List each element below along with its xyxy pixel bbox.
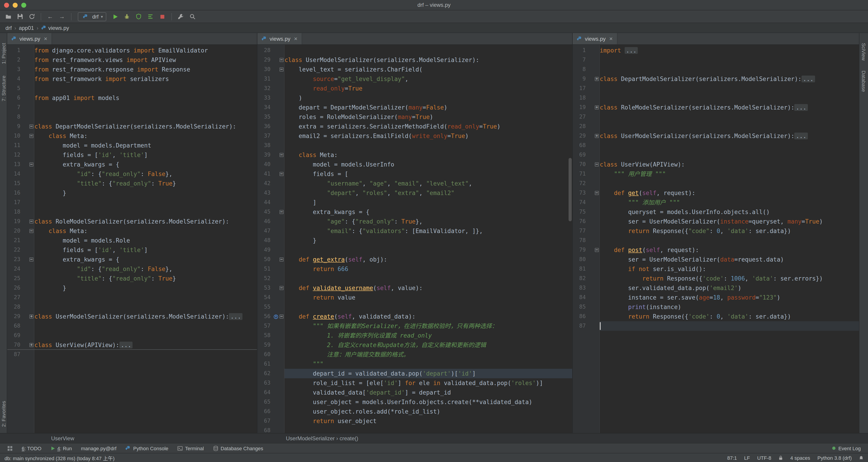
code-line[interactable]: 1import ...	[572, 46, 859, 55]
fold-expand-icon[interactable]: +	[594, 131, 600, 141]
code-line[interactable]: 75 queryset = models.UserInfo.objects.al…	[572, 207, 859, 217]
code-line[interactable]: 44 ]	[257, 198, 572, 207]
code-line[interactable]: 80 ser = UserModelSerializer(data=reques…	[572, 255, 859, 264]
code-line[interactable]: 27	[572, 112, 859, 122]
code-line[interactable]: 70+class UserView(APIView):...	[7, 340, 257, 350]
run-icon[interactable]	[111, 12, 120, 21]
breadcrumb-left-pane[interactable]: UserView	[51, 433, 74, 443]
tool-stripe-7-structure[interactable]: 7: Structure	[1, 76, 6, 101]
concurrency-icon[interactable]	[146, 12, 155, 21]
code-line[interactable]: 87	[7, 350, 257, 359]
tool-window-button-run-config-ref[interactable]: manage.py@drf	[76, 443, 121, 453]
tool-window-button-todo[interactable]: 6: TODO	[17, 443, 46, 453]
code-line[interactable]: 9−class DepartModelSerializer(serializer…	[7, 122, 257, 131]
fold-collapse-icon[interactable]: −	[29, 255, 34, 264]
code-line[interactable]: 11 model = models.Department	[7, 141, 257, 150]
code-line[interactable]: 85 print(instance)	[572, 302, 859, 312]
code-line[interactable]: 33 )	[257, 93, 572, 103]
code-line[interactable]: 66 user_object.roles.add(*role_id_list)	[257, 407, 572, 416]
code-line[interactable]: 34 depart = DepartModelSerializer(many=F…	[257, 103, 572, 112]
fold-collapse-icon[interactable]: −	[279, 150, 284, 160]
back-icon[interactable]: ←	[46, 12, 55, 21]
fold-collapse-icon[interactable]: −	[29, 131, 34, 141]
fold-collapse-icon[interactable]: −	[279, 207, 284, 217]
code-line[interactable]: 53− def validate_username(self, value):	[257, 283, 572, 293]
code-line[interactable]: 3from rest_framework.response import Res…	[7, 65, 257, 74]
code-line[interactable]: 39− class Meta:	[257, 150, 572, 160]
code-line[interactable]: 55	[257, 302, 572, 312]
code-line[interactable]: 35 roles = RoleModelSerializer(many=True…	[257, 112, 572, 122]
code-line[interactable]: 17	[572, 84, 859, 93]
code-line[interactable]: 19−class RoleModelSerializer(serializers…	[7, 217, 257, 226]
fold-collapse-icon[interactable]: −	[29, 226, 34, 236]
debug-icon[interactable]	[122, 12, 131, 21]
code-line[interactable]: 1from django.core.validators import Emai…	[7, 46, 257, 55]
stop-icon[interactable]	[158, 12, 167, 21]
editor-tab-views-py[interactable]: views.py ×	[572, 33, 617, 44]
code-line[interactable]: 59 2. 自定义create和update方法，自定义新建和更新的逻辑	[257, 340, 572, 350]
status-widget-encoding[interactable]: UTF-8	[757, 455, 771, 460]
code-line[interactable]: 25 "title": {"read_only": True}	[7, 274, 257, 283]
code-line[interactable]: 74 """ 添加用户 """	[572, 198, 859, 207]
code-line[interactable]: 37 email2 = serializers.EmailField(write…	[257, 131, 572, 141]
status-widget-notifications[interactable]	[859, 456, 864, 460]
code-line[interactable]: 16 }	[7, 188, 257, 198]
editor-tab-views-py[interactable]: views.py ×	[257, 33, 302, 44]
code-line[interactable]: 29−class UserModelSerializer(serializers…	[257, 55, 572, 65]
code-line[interactable]: 46 "age": {"read_only": True},	[257, 217, 572, 226]
code-line[interactable]: 63 role_id_list = [ele['id'] for ele in …	[257, 378, 572, 388]
code-line[interactable]: 43 "depart", "roles", "extra", "email2"	[257, 188, 572, 198]
tool-window-button-run[interactable]: 4: Run	[46, 443, 76, 453]
code-line[interactable]: 58 1. 将嵌套的序列化设置成 read_only	[257, 331, 572, 340]
code-line[interactable]: 86 return Response({'code': 0, 'data': s…	[572, 312, 859, 321]
code-line[interactable]: 5	[7, 84, 257, 93]
code-line[interactable]: 27	[7, 293, 257, 302]
code-line[interactable]: 83 ser.validated_data.pop('email2')	[572, 283, 859, 293]
code-line[interactable]: 42 "username", "age", "email", "level_te…	[257, 179, 572, 188]
code-line[interactable]: 4from rest_framework import serializers	[7, 74, 257, 84]
code-line[interactable]: 31 source="get_level_display",	[257, 74, 572, 84]
code-line[interactable]: 49	[257, 245, 572, 255]
status-widget-readonly-lock[interactable]	[778, 455, 783, 460]
code-line[interactable]: 78	[572, 236, 859, 245]
code-line[interactable]: 84 instance = ser.save(age=18, password=…	[572, 293, 859, 302]
code-line[interactable]: 18	[572, 93, 859, 103]
tool-window-button-terminal[interactable]: Terminal	[173, 443, 208, 453]
code-line[interactable]: 67 return user_object	[257, 416, 572, 426]
code-line[interactable]: 40 model = models.UserInfo	[257, 160, 572, 169]
code-line[interactable]: 68	[572, 141, 859, 150]
code-line[interactable]: 47 "email": {"validators": [EmailValidat…	[257, 226, 572, 236]
close-icon[interactable]: ×	[609, 36, 613, 42]
status-widget-indent-style[interactable]: 4 spaces	[790, 455, 810, 460]
code-line[interactable]: 51 return 666	[257, 264, 572, 274]
code-line[interactable]: 50− def get_extra(self, obj):	[257, 255, 572, 264]
code-line[interactable]: 69	[7, 331, 257, 340]
code-line[interactable]: 56− def create(self, validated_data):	[257, 312, 572, 321]
code-line[interactable]: 24 "id": {"read_only": False},	[7, 264, 257, 274]
code-line[interactable]: 13− extra_kwargs = {	[7, 160, 257, 169]
tool-stripe-sciview[interactable]: SciView	[861, 43, 866, 61]
code-editor[interactable]: 1from django.core.validators import Emai…	[7, 45, 257, 433]
status-widget-line-ending[interactable]: LF	[744, 455, 750, 460]
scrollbar-thumb[interactable]	[568, 158, 572, 221]
breadcrumb-middle-pane[interactable]: UserModelSerializer › create()	[286, 433, 358, 443]
status-widget-python-interpreter[interactable]: Python 3.8 (drf)	[817, 455, 852, 460]
tool-window-button-database-changes[interactable]: Database Changes	[208, 443, 268, 453]
code-line[interactable]: 18	[7, 207, 257, 217]
fold-collapse-icon[interactable]: −	[594, 160, 600, 169]
code-line[interactable]: 79− def post(self, request):	[572, 245, 859, 255]
code-line[interactable]: 2from rest_framework.views import APIVie…	[7, 55, 257, 65]
fold-collapse-icon[interactable]: −	[279, 283, 284, 293]
editor-tab-views-py[interactable]: views.py ×	[7, 33, 52, 44]
code-line[interactable]: 81 if not ser.is_valid():	[572, 264, 859, 274]
fold-collapse-icon[interactable]: −	[594, 188, 600, 198]
fold-collapse-icon[interactable]: −	[29, 122, 34, 131]
close-icon[interactable]: ×	[44, 36, 47, 42]
code-line[interactable]: 73− def get(self, request):	[572, 188, 859, 198]
code-line[interactable]: 87	[572, 321, 859, 331]
code-line[interactable]: 76 ser = UserModelSerializer(instance=qu…	[572, 217, 859, 226]
code-line[interactable]: 68	[257, 426, 572, 433]
code-line[interactable]: 29+class UserModelSerializer(serializers…	[572, 131, 859, 141]
code-line[interactable]: 54 return value	[257, 293, 572, 302]
code-line[interactable]: 57 """ 如果有嵌套的Serializer，在进行数据校验时，只有两种选择：	[257, 321, 572, 331]
